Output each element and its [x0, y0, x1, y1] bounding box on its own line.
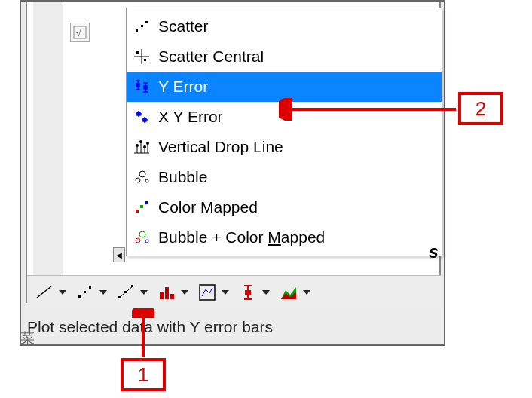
- callout-1: 1: [121, 358, 166, 391]
- svg-rect-49: [170, 294, 174, 299]
- color-mapped-icon: [131, 197, 152, 218]
- plot-type-menu: Scatter Scatter Central Y Error X Y Erro…: [126, 8, 442, 256]
- box-plot-dropdown[interactable]: [220, 281, 231, 304]
- svg-point-32: [136, 178, 140, 182]
- error-plot-button[interactable]: [237, 281, 259, 304]
- svg-rect-54: [245, 290, 251, 295]
- svg-point-31: [146, 142, 149, 145]
- plot-toolbar: [27, 275, 441, 308]
- column-plot-icon: [157, 283, 176, 302]
- svg-rect-36: [140, 205, 143, 208]
- line-symbol-icon: [116, 283, 136, 302]
- corner-text: 菜: [20, 329, 35, 348]
- error-plot-dropdown[interactable]: [261, 281, 271, 304]
- svg-rect-35: [136, 210, 139, 213]
- svg-point-34: [145, 179, 148, 182]
- svg-point-38: [136, 238, 140, 243]
- left-vertical-toolbar: √: [33, 2, 93, 303]
- svg-rect-37: [145, 201, 148, 204]
- line-symbol-button[interactable]: [115, 281, 137, 304]
- status-text: Plot selected data with Y error bars: [27, 318, 273, 336]
- callout-2-label: 2: [475, 97, 486, 121]
- svg-rect-50: [200, 285, 215, 300]
- menu-label: Vertical Drop Line: [158, 138, 434, 156]
- menu-item-y-error[interactable]: Y Error: [127, 72, 442, 102]
- menu-label: Scatter Central: [158, 47, 434, 66]
- svg-rect-19: [137, 112, 140, 115]
- menu-item-scatter-central[interactable]: Scatter Central: [127, 41, 442, 72]
- scatter-plot-button[interactable]: [74, 281, 96, 304]
- column-plot-button[interactable]: [155, 281, 178, 304]
- menu-item-vertical-drop[interactable]: Vertical Drop Line: [127, 132, 442, 162]
- area-plot-button[interactable]: [277, 281, 300, 304]
- svg-rect-2: [136, 29, 138, 32]
- svg-rect-16: [144, 86, 147, 89]
- menu-item-bubble[interactable]: Bubble: [127, 162, 442, 192]
- svg-rect-4: [145, 21, 148, 23]
- app-frame: √ Scatter Scatter Central Y Error: [20, 0, 445, 346]
- error-plot-icon: [238, 283, 258, 302]
- svg-rect-8: [144, 59, 146, 61]
- callout-2: 2: [458, 92, 503, 125]
- box-plot-icon: [197, 283, 217, 302]
- menu-item-scatter[interactable]: Scatter: [127, 11, 442, 41]
- svg-point-28: [136, 144, 139, 147]
- scatter-icon: [131, 16, 152, 37]
- svg-rect-45: [124, 291, 127, 293]
- box-plot-button[interactable]: [196, 281, 219, 304]
- column-plot-dropdown[interactable]: [179, 281, 190, 304]
- menu-label: Bubble + Color Mapped: [158, 228, 434, 246]
- area-plot-icon: [279, 283, 298, 302]
- svg-rect-42: [84, 291, 86, 293]
- svg-rect-44: [118, 296, 121, 298]
- xy-error-icon: [131, 106, 152, 127]
- line-symbol-dropdown[interactable]: [139, 281, 149, 304]
- menu-label: Bubble: [158, 168, 434, 186]
- bubble-color-mapped-icon: [131, 227, 152, 248]
- toolbar-sigma-button[interactable]: √: [70, 23, 90, 42]
- scatter-plot-icon: [75, 283, 95, 302]
- svg-point-39: [139, 231, 145, 237]
- svg-point-33: [139, 171, 145, 177]
- svg-rect-47: [160, 292, 164, 299]
- scroll-left-button[interactable]: ◄: [113, 247, 125, 262]
- menu-item-xy-error[interactable]: X Y Error: [127, 102, 442, 132]
- menu-label: Y Error: [158, 78, 434, 96]
- line-plot-icon: [35, 283, 54, 302]
- menu-label: X Y Error: [158, 108, 434, 126]
- scatter-plot-dropdown[interactable]: [98, 281, 109, 304]
- svg-rect-7: [136, 51, 139, 54]
- menu-item-bubble-color-mapped[interactable]: Bubble + Color Mapped: [127, 222, 442, 253]
- svg-rect-46: [131, 285, 133, 287]
- bubble-icon: [131, 167, 152, 188]
- vertical-drop-line-icon: [131, 136, 152, 158]
- menu-label: Scatter: [158, 17, 434, 35]
- callout-1-label: 1: [138, 363, 148, 387]
- svg-point-40: [145, 240, 148, 243]
- line-plot-button[interactable]: [33, 281, 56, 304]
- scatter-central-icon: [131, 46, 152, 67]
- svg-rect-22: [143, 118, 146, 121]
- sigma-icon: √: [73, 26, 87, 39]
- svg-point-30: [143, 145, 146, 148]
- svg-rect-48: [165, 287, 169, 299]
- menu-label: Color Mapped: [158, 198, 434, 216]
- line-plot-dropdown[interactable]: [57, 281, 68, 304]
- svg-rect-43: [89, 286, 91, 289]
- menu-item-color-mapped[interactable]: Color Mapped: [127, 192, 442, 222]
- svg-text:√: √: [76, 28, 81, 38]
- status-bar: Plot selected data with Y error bars: [27, 316, 273, 338]
- italic-s-fragment: s: [429, 242, 439, 262]
- svg-rect-12: [136, 84, 139, 87]
- svg-point-29: [139, 140, 142, 143]
- area-plot-dropdown[interactable]: [301, 281, 312, 304]
- svg-rect-3: [141, 25, 143, 27]
- svg-rect-41: [78, 295, 81, 298]
- y-error-icon: [131, 76, 152, 97]
